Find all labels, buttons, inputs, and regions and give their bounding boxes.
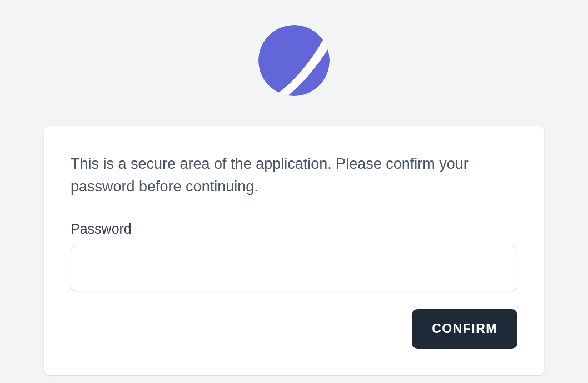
button-row: CONFIRM: [71, 309, 517, 349]
password-input[interactable]: [71, 246, 517, 291]
security-message: This is a secure area of the application…: [71, 153, 517, 198]
password-label: Password: [71, 221, 517, 237]
logo-icon: [258, 25, 330, 96]
confirm-button[interactable]: CONFIRM: [412, 309, 517, 349]
app-logo: [258, 25, 330, 98]
password-form-group: Password: [71, 221, 517, 291]
confirm-password-card: This is a secure area of the application…: [44, 126, 544, 375]
